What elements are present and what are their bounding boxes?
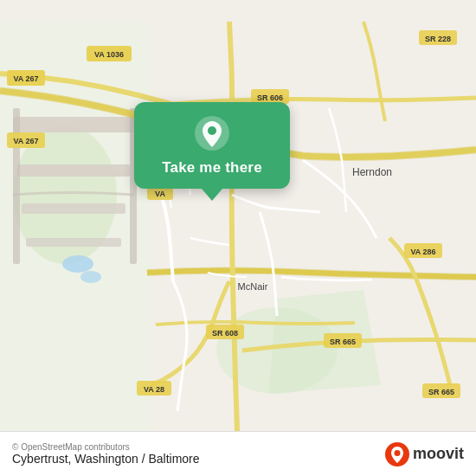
svg-rect-11 xyxy=(13,108,20,264)
moovit-logo[interactable]: moovit xyxy=(385,442,464,466)
svg-rect-8 xyxy=(17,164,130,177)
svg-rect-10 xyxy=(26,238,121,247)
take-me-there-label: Take me there xyxy=(162,159,262,177)
svg-text:VA 267: VA 267 xyxy=(13,74,38,83)
copyright-text: © OpenStreetMap contributors xyxy=(12,442,200,452)
bottom-left-info: © OpenStreetMap contributors Cybertrust,… xyxy=(12,442,200,466)
location-callout[interactable]: Take me there xyxy=(134,102,290,201)
bottom-bar: © OpenStreetMap contributors Cybertrust,… xyxy=(0,431,476,476)
svg-text:SR 228: SR 228 xyxy=(425,35,451,43)
location-text: Cybertrust, Washington / Baltimore xyxy=(12,452,200,466)
svg-point-5 xyxy=(62,255,93,273)
svg-text:SR 606: SR 606 xyxy=(257,93,283,102)
svg-text:SR 665: SR 665 xyxy=(330,338,356,346)
svg-text:McNair: McNair xyxy=(238,281,268,292)
svg-text:Herndon: Herndon xyxy=(352,166,392,178)
svg-text:SR 608: SR 608 xyxy=(212,329,238,338)
svg-text:SR 665: SR 665 xyxy=(428,388,454,396)
moovit-text: moovit xyxy=(413,445,464,463)
callout-box[interactable]: Take me there xyxy=(134,102,290,189)
svg-text:VA 267: VA 267 xyxy=(13,137,38,145)
svg-rect-7 xyxy=(13,117,134,132)
svg-text:VA 286: VA 286 xyxy=(410,248,435,256)
svg-point-40 xyxy=(394,450,400,456)
callout-pointer xyxy=(202,189,222,201)
location-pin-icon xyxy=(193,114,231,152)
svg-point-6 xyxy=(80,271,101,283)
map-container: VA 267 VA 1036 SR 606 SR 228 VA 267 VA V… xyxy=(0,0,476,476)
svg-text:VA 1036: VA 1036 xyxy=(94,50,124,59)
moovit-icon xyxy=(385,442,409,466)
svg-point-38 xyxy=(208,126,216,135)
map-roads: VA 267 VA 1036 SR 606 SR 228 VA 267 VA V… xyxy=(0,0,476,476)
svg-text:VA 28: VA 28 xyxy=(144,385,164,394)
svg-rect-9 xyxy=(22,203,125,214)
